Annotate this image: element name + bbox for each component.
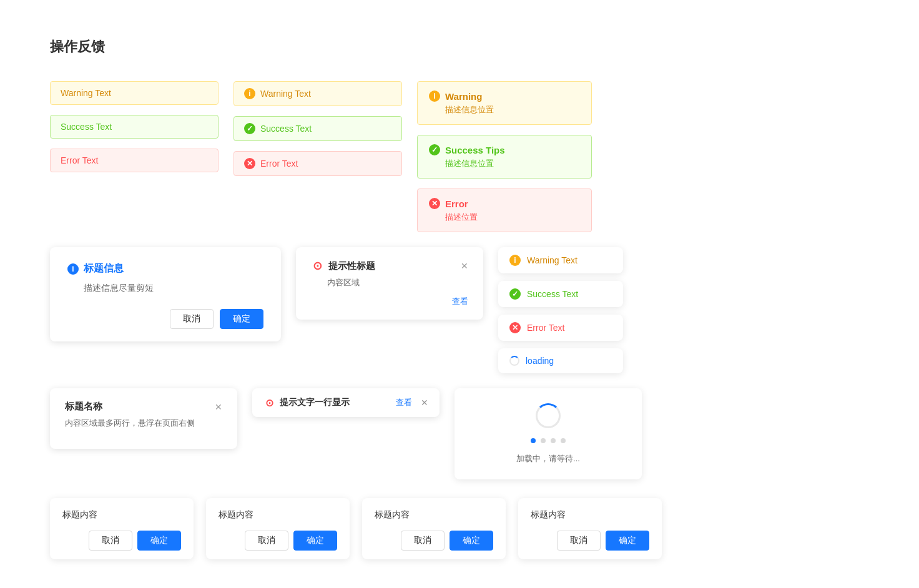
modal-confirm-btn[interactable]: 确定 [220, 309, 263, 329]
notif2-title: 标题名称 [65, 401, 210, 413]
alert-error-basic: Error Text [50, 149, 219, 172]
confirm-card-2-confirm[interactable]: 确定 [293, 531, 337, 551]
notif-card-1: ⊙ 提示性标题 ✕ 内容区域 查看 [296, 247, 483, 320]
msg-warning: i Warning Text [498, 247, 623, 273]
msg-error-text: Error Text [527, 323, 564, 333]
confirm-card-2-title: 标题内容 [219, 509, 337, 521]
alert-error-desc: ✕ Error 描述位置 [417, 189, 592, 232]
loading-spinner [536, 403, 561, 428]
error-desc-sub: 描述位置 [429, 212, 580, 223]
error-desc-title: Error [445, 198, 468, 209]
msg-loading: loading [498, 348, 623, 373]
loading-area: 加载中，请等待... [455, 388, 642, 479]
confirm-card-3-confirm[interactable]: 确定 [450, 531, 493, 551]
success-desc-icon: ✓ [429, 144, 440, 155]
loading-dots [531, 438, 566, 443]
warning-icon-text: Warning Text [260, 89, 311, 99]
success-basic-text: Success Text [61, 122, 112, 132]
notif-title-text: 提示性标题 [328, 260, 456, 272]
success-desc-title: Success Tips [445, 145, 505, 155]
page-title: 操作反馈 [50, 37, 869, 56]
warning-desc-title: Warning [445, 91, 482, 102]
loading-text: 加载中，请等待... [516, 453, 580, 464]
notif-inline-card: ⊙ 提示文字一行显示 查看 ✕ [252, 388, 440, 417]
warning-icon: i [244, 88, 255, 99]
confirm-card-4: 标题内容 取消 确定 [518, 498, 662, 559]
alert-success-desc: ✓ Success Tips 描述信息位置 [417, 135, 592, 179]
modal-cancel-btn[interactable]: 取消 [170, 309, 214, 329]
confirm-card-1: 标题内容 取消 确定 [50, 498, 194, 559]
success-desc-sub: 描述信息位置 [429, 158, 580, 169]
notif-body-text: 内容区域 [311, 277, 468, 288]
notif3-warn-icon: ⊙ [263, 397, 275, 408]
confirm-cards-row: 标题内容 取消 确定 标题内容 取消 确定 标题内容 取消 确定 标题内容 取消… [50, 498, 869, 559]
confirm-card-1-cancel[interactable]: 取消 [89, 531, 132, 551]
msg-error-icon: ✕ [509, 322, 521, 333]
confirm-card-2-cancel[interactable]: 取消 [245, 531, 288, 551]
icon-alerts-col: i Warning Text ✓ Success Text ✕ Error Te… [233, 81, 402, 176]
msg-loading-text: loading [526, 356, 554, 366]
success-icon-text: Success Text [260, 124, 312, 134]
notif3-close-icon[interactable]: ✕ [421, 398, 428, 408]
warning-basic-text: Warning Text [61, 88, 111, 98]
alert-success-basic: Success Text [50, 115, 219, 139]
alert-success-icon: ✓ Success Text [233, 116, 402, 141]
confirm-card-3: 标题内容 取消 确定 [362, 498, 506, 559]
confirm-card-2: 标题内容 取消 确定 [206, 498, 350, 559]
alert-error-icon: ✕ Error Text [233, 151, 402, 176]
notif2-close-icon[interactable]: ✕ [215, 402, 222, 412]
warning-desc-sub: 描述信息位置 [429, 104, 580, 115]
error-icon: ✕ [244, 158, 255, 169]
notif-card-2: 标题名称 ✕ 内容区域最多两行，悬浮在页面右侧 [50, 388, 237, 449]
notif3-title: 提示文字一行显示 [280, 397, 391, 408]
msg-warning-icon: i [509, 255, 521, 266]
success-icon: ✓ [244, 123, 255, 134]
msg-warning-text: Warning Text [527, 255, 577, 265]
notif-warn-icon: ⊙ [311, 260, 323, 272]
notif-close-icon[interactable]: ✕ [461, 261, 468, 271]
basic-alerts-col: Warning Text Success Text Error Text [50, 81, 219, 172]
notif-link-text[interactable]: 查看 [452, 296, 468, 307]
confirm-card-1-confirm[interactable]: 确定 [137, 531, 181, 551]
msg-success: ✓ Success Text [498, 281, 623, 307]
msg-list: i Warning Text ✓ Success Text ✕ Error Te… [498, 247, 623, 373]
warning-desc-icon: i [429, 91, 440, 102]
modal-desc-text: 描述信息尽量剪短 [67, 283, 263, 294]
error-icon-text: Error Text [260, 159, 298, 169]
alert-warning-desc: i Warning 描述信息位置 [417, 81, 592, 125]
msg-loading-icon [509, 356, 519, 366]
alert-warning-basic: Warning Text [50, 81, 219, 105]
confirm-card-3-cancel[interactable]: 取消 [401, 531, 445, 551]
modal-card-1: i 标题信息 描述信息尽量剪短 取消 确定 [50, 247, 281, 341]
notif2-body: 内容区域最多两行，悬浮在页面右侧 [65, 418, 222, 429]
msg-success-icon: ✓ [509, 288, 521, 300]
confirm-card-4-title: 标题内容 [531, 509, 649, 521]
msg-success-text: Success Text [527, 289, 578, 299]
msg-error: ✕ Error Text [498, 315, 623, 341]
modal-info-icon: i [67, 263, 79, 275]
confirm-card-4-cancel[interactable]: 取消 [557, 531, 601, 551]
alert-warning-icon: i Warning Text [233, 81, 402, 106]
desc-alerts-col: i Warning 描述信息位置 ✓ Success Tips 描述信息位置 ✕… [417, 81, 592, 232]
error-basic-text: Error Text [61, 155, 98, 165]
confirm-card-3-title: 标题内容 [375, 509, 493, 521]
confirm-card-4-confirm[interactable]: 确定 [606, 531, 649, 551]
modal-title-text: 标题信息 [84, 262, 124, 275]
notif3-link[interactable]: 查看 [396, 397, 412, 408]
error-desc-icon: ✕ [429, 198, 440, 209]
confirm-card-1-title: 标题内容 [62, 509, 181, 521]
